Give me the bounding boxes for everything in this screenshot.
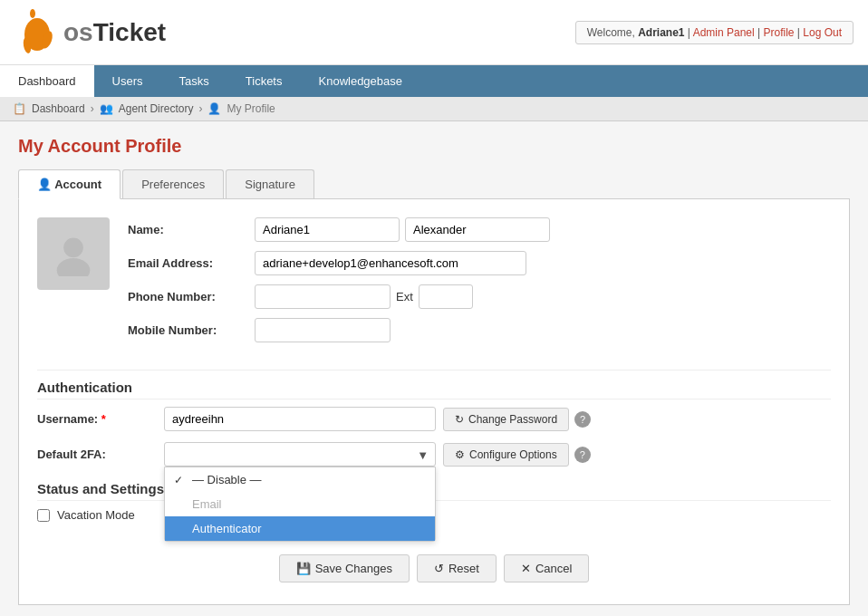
- logo-icon: [14, 7, 60, 57]
- ext-input[interactable]: [419, 284, 473, 309]
- form-fields: Name: Email Address: Phone Number: Ext: [128, 217, 831, 351]
- account-icon: 👤: [37, 178, 52, 191]
- twofa-option-disable[interactable]: ✓ — Disable —: [165, 467, 435, 492]
- last-name-input[interactable]: [405, 217, 550, 242]
- vacation-mode-checkbox[interactable]: [37, 509, 50, 522]
- nav-dashboard[interactable]: Dashboard: [0, 65, 94, 97]
- logo: osTicket: [14, 7, 166, 57]
- navbar: Dashboard Users Tasks Tickets Knowledgeb…: [0, 65, 868, 97]
- page-content: My Account Profile 👤 Account Preferences…: [0, 121, 868, 616]
- username-required: *: [101, 412, 106, 426]
- header-username: Adriane1: [638, 26, 684, 39]
- profile-section: Name: Email Address: Phone Number: Ext: [37, 217, 831, 351]
- svg-point-5: [30, 9, 35, 18]
- reset-button[interactable]: ↺ Reset: [417, 554, 497, 582]
- ext-label: Ext: [396, 290, 413, 303]
- tabs: 👤 Account Preferences Signature: [18, 169, 850, 199]
- page-title: My Account Profile: [18, 136, 850, 157]
- admin-panel-link[interactable]: Admin Panel: [693, 26, 755, 39]
- vacation-mode-label: Vacation Mode: [57, 508, 135, 522]
- mobile-row: Mobile Number:: [128, 318, 831, 342]
- phone-row: Phone Number: Ext: [128, 284, 831, 309]
- breadcrumb-agent-directory[interactable]: Agent Directory: [119, 102, 194, 115]
- phone-label: Phone Number:: [128, 290, 255, 303]
- breadcrumb-agent-icon: 👥: [100, 102, 113, 115]
- twofa-option-email[interactable]: Email: [165, 492, 435, 516]
- twofa-dropdown-menu: ✓ — Disable — Email Authenticator: [164, 467, 436, 542]
- username-row: Username: * ↻ Change Password ?: [37, 407, 831, 431]
- username-label: Username: *: [37, 412, 164, 426]
- username-help-icon[interactable]: ?: [574, 411, 591, 428]
- form-footer: 💾 Save Changes ↺ Reset ✕ Cancel: [37, 540, 831, 586]
- cancel-icon: ✕: [521, 562, 531, 575]
- logo-text: osTicket: [63, 18, 166, 47]
- auth-section-title: Authentication: [37, 380, 831, 399]
- nav-knowledgebase[interactable]: Knowledgebase: [301, 65, 421, 97]
- tab-preferences[interactable]: Preferences: [122, 169, 224, 198]
- tab-signature[interactable]: Signature: [226, 169, 314, 198]
- breadcrumb-my-profile: My Profile: [227, 102, 275, 115]
- save-icon: 💾: [296, 562, 311, 575]
- twofa-label: Default 2FA:: [37, 448, 164, 461]
- save-changes-button[interactable]: 💾 Save Changes: [279, 554, 410, 582]
- gear-icon: ⚙: [455, 448, 465, 461]
- nav-users[interactable]: Users: [94, 65, 161, 97]
- twofa-option-authenticator[interactable]: Authenticator: [165, 516, 435, 541]
- profile-link[interactable]: Profile: [763, 26, 794, 39]
- mobile-input[interactable]: [255, 318, 391, 342]
- header-user-info: Welcome, Adriane1 | Admin Panel | Profil…: [575, 21, 854, 44]
- nav-tickets[interactable]: Tickets: [227, 65, 301, 97]
- name-row: Name:: [128, 217, 831, 242]
- mobile-label: Mobile Number:: [128, 323, 255, 337]
- twofa-select-wrapper: ▼ ✓ — Disable — Email Authe: [164, 442, 436, 467]
- name-inputs: [255, 217, 550, 242]
- logout-link[interactable]: Log Out: [803, 26, 842, 39]
- twofa-select[interactable]: [164, 442, 436, 467]
- nav-tasks[interactable]: Tasks: [161, 65, 227, 97]
- tab-account[interactable]: 👤 Account: [18, 169, 121, 199]
- avatar: [37, 217, 110, 290]
- breadcrumb-dashboard[interactable]: Dashboard: [32, 102, 85, 115]
- welcome-text: Welcome,: [587, 26, 638, 39]
- avatar-icon: [51, 231, 96, 276]
- configure-options-button[interactable]: ⚙ Configure Options: [443, 443, 569, 467]
- refresh-icon: ↻: [455, 413, 464, 426]
- svg-point-7: [57, 258, 91, 276]
- svg-point-6: [63, 238, 83, 258]
- divider: [37, 370, 831, 371]
- email-label: Email Address:: [128, 256, 255, 270]
- twofa-help-icon[interactable]: ?: [574, 447, 591, 463]
- check-icon: ✓: [174, 474, 187, 486]
- breadcrumb-dashboard-icon: 📋: [13, 102, 26, 115]
- change-password-button[interactable]: ↻ Change Password: [443, 408, 569, 431]
- name-label: Name:: [128, 223, 255, 236]
- email-input[interactable]: [255, 251, 526, 275]
- breadcrumb-profile-icon: 👤: [207, 102, 221, 115]
- reset-icon: ↺: [434, 562, 444, 575]
- breadcrumb: 📋 Dashboard › 👥 Agent Directory › 👤 My P…: [0, 97, 868, 121]
- authentication-section: Authentication Username: * ↻ Change Pass…: [37, 380, 831, 467]
- header: osTicket Welcome, Adriane1 | Admin Panel…: [0, 0, 868, 65]
- twofa-row: Default 2FA: ▼ ✓ — Disable — Email: [37, 442, 831, 467]
- cancel-button[interactable]: ✕ Cancel: [504, 554, 589, 582]
- email-row: Email Address:: [128, 251, 831, 275]
- phone-input[interactable]: [255, 284, 391, 309]
- first-name-input[interactable]: [255, 217, 400, 242]
- form-panel: Name: Email Address: Phone Number: Ext: [18, 199, 850, 605]
- username-input[interactable]: [164, 407, 436, 431]
